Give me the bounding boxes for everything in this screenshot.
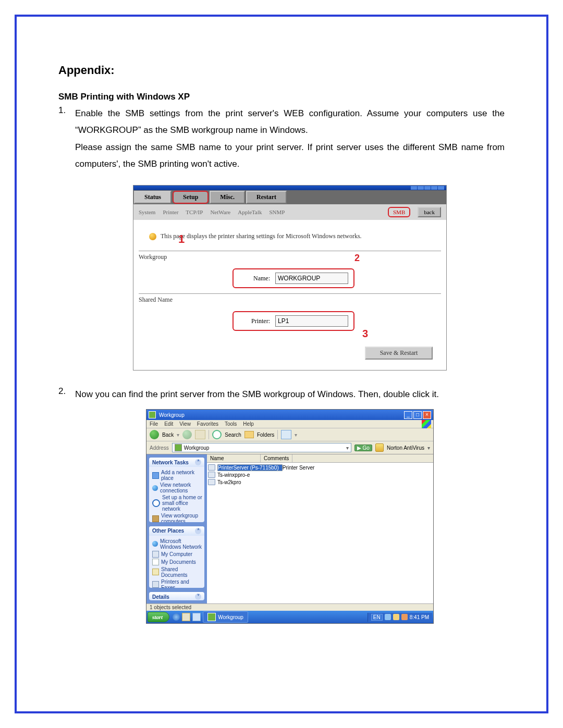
- tab-misc[interactable]: Misc.: [210, 191, 245, 204]
- item-name: Ts-winxppro-e: [217, 472, 267, 478]
- chevron-icon[interactable]: ˅: [195, 594, 201, 600]
- subtab-smb[interactable]: SMB: [388, 207, 410, 217]
- menu-favorites[interactable]: Favorites: [197, 421, 218, 427]
- back-button[interactable]: back: [418, 207, 441, 217]
- task-label: Workgroup: [218, 614, 243, 620]
- subtab-snmp[interactable]: SNMP: [269, 209, 285, 215]
- forward-icon[interactable]: [182, 430, 192, 439]
- annotation-3: 3: [362, 328, 368, 340]
- system-tray: EN 8:41 PM: [368, 613, 432, 622]
- step-1-text-b: Please assign the same SMB name to your …: [75, 139, 505, 173]
- menu-view[interactable]: View: [179, 421, 191, 427]
- sub-tabs: System Printer TCP/IP NetWare AppleTalk …: [133, 204, 446, 220]
- back-icon[interactable]: [150, 430, 159, 439]
- step-2-text: Now you can find the print server from t…: [75, 386, 505, 403]
- task-view-workgroup[interactable]: View workgroup computers: [152, 512, 202, 522]
- maximize-button[interactable]: □: [413, 411, 422, 419]
- col-comments[interactable]: Comments: [261, 454, 292, 462]
- views-icon[interactable]: [281, 430, 291, 439]
- up-icon[interactable]: [195, 430, 205, 439]
- list-item[interactable]: PrinterServer (Ps-7115b0) Printer Server: [207, 464, 433, 471]
- tray-icon[interactable]: [401, 614, 408, 620]
- place-shared-docs[interactable]: Shared Documents: [152, 566, 202, 578]
- list-item[interactable]: Ts-w2kpro: [207, 478, 433, 486]
- menu-file[interactable]: File: [150, 421, 158, 427]
- go-button[interactable]: ▶ Go: [354, 445, 372, 451]
- step-2: 2. Now you can find the print server fro…: [58, 386, 505, 624]
- chevron-icon[interactable]: ˄: [195, 459, 201, 465]
- workgroup-name-input[interactable]: [275, 273, 348, 284]
- back-label[interactable]: Back: [162, 432, 174, 438]
- tray-icon[interactable]: [393, 614, 399, 620]
- panel-title-details: Details: [152, 594, 169, 600]
- task-icon: [207, 613, 216, 621]
- place-my-documents[interactable]: My Documents: [152, 558, 202, 566]
- tab-setup[interactable]: Setup: [173, 191, 209, 204]
- tab-status[interactable]: Status: [134, 191, 172, 204]
- tray-icon[interactable]: [385, 614, 391, 620]
- subtab-appletalk[interactable]: AppleTalk: [238, 209, 262, 215]
- panel-network-tasks: Network Tasks˄ Add a network place View …: [149, 458, 204, 522]
- main-tabs: Status Setup Misc. Restart: [133, 190, 446, 204]
- annotation-2: 2: [354, 253, 360, 264]
- norton-icon[interactable]: [375, 443, 384, 452]
- address-bar: Address Workgroup ▾ ▶ Go Norton AntiViru…: [146, 441, 433, 454]
- menu-tools[interactable]: Tools: [225, 421, 237, 427]
- menu-bar: File Edit View Favorites Tools Help: [146, 420, 433, 428]
- item-name: PrinterServer (Ps-7115b0): [217, 464, 283, 471]
- tab-restart[interactable]: Restart: [246, 191, 287, 204]
- taskbar: start Workgroup EN: [146, 611, 433, 623]
- quicklaunch-icon[interactable]: [192, 613, 201, 621]
- windows-flag-icon: [422, 420, 431, 428]
- address-label: Address: [150, 445, 169, 451]
- start-button[interactable]: start: [148, 612, 169, 622]
- section-shared-name: Shared Name: [139, 293, 441, 306]
- search-label[interactable]: Search: [225, 432, 241, 438]
- subtab-tcpip[interactable]: TCP/IP: [186, 209, 203, 215]
- info-text: This page displays the printer sharing s…: [161, 232, 362, 240]
- task-setup-net[interactable]: Set up a home or small office network: [152, 494, 202, 512]
- chevron-icon[interactable]: ˄: [195, 528, 201, 534]
- bulb-icon: [149, 233, 156, 240]
- window-icon: [149, 411, 156, 418]
- workgroup-name-highlight: Name:: [232, 268, 354, 288]
- menu-help[interactable]: Help: [243, 421, 254, 427]
- address-value: Workgroup: [184, 445, 210, 451]
- subtab-netware[interactable]: NetWare: [210, 209, 230, 215]
- computer-icon: [208, 479, 215, 485]
- address-input[interactable]: Workgroup ▾: [172, 443, 351, 452]
- computer-icon: [208, 472, 215, 478]
- minimize-button[interactable]: _: [404, 411, 412, 419]
- info-message: This page displays the printer sharing s…: [149, 232, 441, 240]
- task-add-place[interactable]: Add a network place: [152, 469, 202, 482]
- subheading: SMB Printing with Windows XP: [58, 92, 505, 102]
- quicklaunch-icon[interactable]: [182, 613, 190, 621]
- address-icon: [175, 444, 182, 451]
- close-button[interactable]: ×: [423, 411, 431, 419]
- subtab-system[interactable]: System: [139, 209, 155, 215]
- item-name: Ts-w2kpro: [217, 479, 267, 485]
- quicklaunch-icon[interactable]: [173, 613, 180, 621]
- search-icon[interactable]: [212, 430, 222, 439]
- annotation-1: 1: [178, 232, 185, 246]
- section-workgroup: Workgroup: [139, 251, 441, 263]
- place-ms-network[interactable]: Microsoft Windows Network: [152, 538, 202, 550]
- folders-icon[interactable]: [244, 431, 254, 438]
- name-label: Name:: [239, 275, 270, 282]
- list-item[interactable]: Ts-winxppro-e: [207, 471, 433, 478]
- item-comment: Printer Server: [283, 465, 315, 471]
- menu-edit[interactable]: Edit: [164, 421, 173, 427]
- place-my-computer[interactable]: My Computer: [152, 550, 202, 558]
- step-1: 1. Enable the SMB settings from the prin…: [58, 105, 505, 371]
- taskbar-item[interactable]: Workgroup: [203, 611, 248, 623]
- smb-config-body: 1 2 3 This page displays the printer sha…: [133, 220, 446, 370]
- lang-indicator[interactable]: EN: [371, 614, 383, 621]
- place-printers[interactable]: Printers and Faxes: [152, 578, 202, 588]
- subtab-printer[interactable]: Printer: [163, 209, 178, 215]
- folders-label[interactable]: Folders: [257, 432, 274, 438]
- col-name[interactable]: Name: [207, 454, 261, 462]
- side-panel: Network Tasks˄ Add a network place View …: [146, 454, 207, 603]
- task-view-conn[interactable]: View network connections: [152, 482, 202, 494]
- printer-name-input[interactable]: [275, 315, 348, 327]
- save-restart-button[interactable]: Save & Restart: [365, 347, 433, 360]
